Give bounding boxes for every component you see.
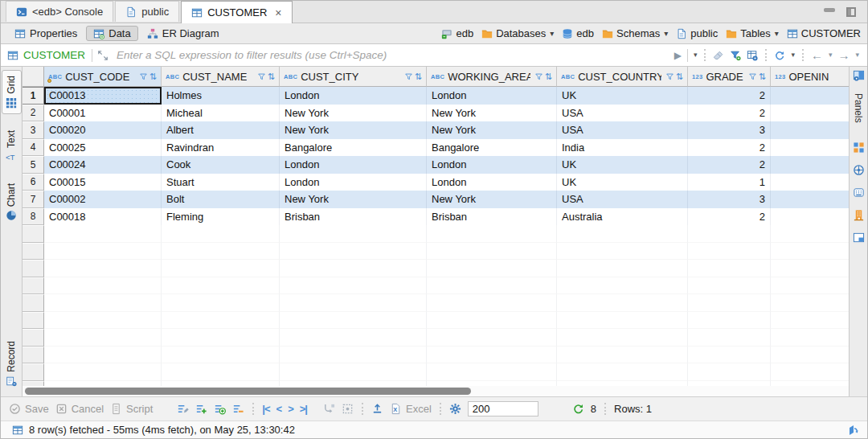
cell-cust-country[interactable]: USA <box>557 105 688 122</box>
panel-corner-icon[interactable] <box>853 232 865 244</box>
cell-cust-country[interactable]: USA <box>557 191 688 208</box>
cell-cust-name[interactable]: Fleming <box>162 208 280 226</box>
filter-history-caret-icon[interactable]: ▾ <box>694 51 698 59</box>
cell-cust-code[interactable]: C00013 <box>44 87 162 105</box>
dropdown-caret-icon[interactable]: ▾ <box>664 29 668 38</box>
delete-row-button[interactable] <box>232 403 244 415</box>
column-filter-funnel-icon[interactable] <box>534 72 543 81</box>
editor-tab[interactable]: public × <box>115 1 179 22</box>
column-filter-funnel-icon[interactable] <box>404 72 413 81</box>
cell-opening[interactable] <box>771 105 849 122</box>
column-sort-icon[interactable]: ⇅ <box>415 72 422 81</box>
next-row-button[interactable]: > <box>288 403 293 415</box>
fetch-all-rows-button[interactable] <box>342 403 354 415</box>
refresh-icon[interactable] <box>774 50 785 61</box>
breadcrumb-item[interactable]: Schemas ▾ <box>602 27 668 39</box>
cell-opening[interactable] <box>771 121 849 139</box>
horizontal-scrollbar[interactable] <box>23 386 849 396</box>
previous-row-button[interactable]: < <box>276 403 282 415</box>
clear-filter-icon[interactable] <box>713 50 724 61</box>
auto-refresh-icon[interactable] <box>572 403 584 415</box>
table-row[interactable]: 2 C00001 Micheal New York New York USA 2 <box>23 105 849 122</box>
building-icon[interactable] <box>853 209 865 221</box>
cell-cust-country[interactable]: UK <box>557 87 688 105</box>
add-row-button[interactable] <box>195 403 207 415</box>
cell-cust-code[interactable]: C00001 <box>44 105 162 122</box>
cell-working-area[interactable]: New York <box>427 191 557 208</box>
editor-tab[interactable]: <edb> Console × <box>6 1 113 22</box>
cell-cust-country[interactable]: Australia <box>557 208 688 226</box>
cell-cust-name[interactable]: Albert <box>162 121 280 139</box>
cell-grade[interactable]: 3 <box>688 191 771 208</box>
cell-opening[interactable] <box>771 174 849 191</box>
script-button[interactable]: Script <box>110 403 153 415</box>
edit-cell-button[interactable] <box>177 403 189 415</box>
back-icon[interactable]: ← <box>811 49 823 61</box>
cell-grade[interactable]: 2 <box>688 208 771 226</box>
fetch-settings-icon[interactable] <box>449 403 461 415</box>
forward-icon[interactable]: → <box>837 49 850 61</box>
cell-cust-name[interactable]: Ravindran <box>162 139 280 157</box>
column-sort-icon[interactable]: ⇅ <box>545 72 552 81</box>
close-tab-icon[interactable]: × <box>275 6 281 19</box>
cell-cust-code[interactable]: C00024 <box>44 156 162 174</box>
table-row[interactable]: 4 C00025 Ravindran Bangalore Bangalore I… <box>23 139 849 157</box>
save-button[interactable]: Save <box>9 403 49 415</box>
cell-grade[interactable]: 2 <box>688 87 771 105</box>
cell-opening[interactable] <box>771 87 849 105</box>
aggregate-icon[interactable] <box>853 164 865 176</box>
cell-cust-code[interactable]: C00018 <box>44 208 162 226</box>
cell-working-area[interactable]: London <box>427 156 557 174</box>
save-filter-icon[interactable] <box>730 50 741 61</box>
export-data-button[interactable] <box>371 403 383 415</box>
cell-cust-code[interactable]: C00002 <box>44 191 162 208</box>
table-row[interactable]: 7 C00002 Bolt New York New York USA 3 <box>23 191 849 208</box>
cell-cust-city[interactable]: London <box>280 87 427 105</box>
table-row[interactable]: 5 C00024 Cook London London UK 2 <box>23 156 849 174</box>
cell-grade[interactable]: 2 <box>688 156 771 174</box>
cell-cust-name[interactable]: Bolt <box>162 191 280 208</box>
row-number[interactable]: 5 <box>23 156 44 174</box>
cell-cust-city[interactable]: New York <box>280 121 427 139</box>
cell-grade[interactable]: 2 <box>688 139 771 157</box>
grouping-icon[interactable] <box>853 142 865 154</box>
grid-settings-icon[interactable] <box>747 50 758 61</box>
cell-opening[interactable] <box>771 191 849 208</box>
editor-tab[interactable]: CUSTOMER × <box>181 1 292 23</box>
grid-corner-cell[interactable] <box>23 67 44 87</box>
cell-cust-code[interactable]: C00020 <box>44 121 162 139</box>
cell-cust-name[interactable]: Holmes <box>162 87 280 105</box>
column-header[interactable]: 123 GRADE ⇅ <box>688 67 771 87</box>
cell-cust-city[interactable]: London <box>280 156 427 174</box>
minimize-icon[interactable] <box>824 8 835 12</box>
table-row[interactable]: 6 C00015 Stuart London London UK 1 <box>23 174 849 191</box>
view-tab[interactable]: ER Diagram <box>140 26 227 41</box>
cell-working-area[interactable]: Bangalore <box>427 139 557 157</box>
last-row-button[interactable]: >| <box>300 403 307 415</box>
row-number[interactable]: 2 <box>23 105 44 122</box>
row-number[interactable]: 8 <box>23 208 44 226</box>
column-filter-funnel-icon[interactable] <box>257 72 266 81</box>
column-header[interactable]: ABC CUST_COUNTRY ⇅ <box>557 67 688 87</box>
cell-cust-name[interactable]: Micheal <box>162 105 280 122</box>
cell-grade[interactable]: 2 <box>688 105 771 122</box>
cell-grade[interactable]: 3 <box>688 121 771 139</box>
column-sort-icon[interactable]: ⇅ <box>268 72 275 81</box>
row-number[interactable]: 3 <box>23 121 44 139</box>
first-row-button[interactable]: |< <box>262 403 269 415</box>
calcpad-icon[interactable] <box>853 187 865 199</box>
cell-cust-code[interactable]: C00015 <box>44 174 162 191</box>
row-number[interactable]: 4 <box>23 139 44 157</box>
cell-cust-country[interactable]: India <box>557 139 688 157</box>
expand-filter-icon[interactable] <box>97 50 108 61</box>
breadcrumb-item[interactable]: Tables ▾ <box>726 27 779 39</box>
breadcrumb-item[interactable]: Databases ▾ <box>481 27 554 39</box>
cancel-button[interactable]: Cancel <box>55 403 104 415</box>
record-mode-tab[interactable]: Record <box>2 336 22 392</box>
column-filter-funnel-icon[interactable] <box>665 72 674 81</box>
column-sort-icon[interactable]: ⇅ <box>676 72 683 81</box>
cell-working-area[interactable]: New York <box>427 105 557 122</box>
duplicate-row-button[interactable] <box>214 403 226 415</box>
column-header[interactable]: ABC CUST_CODE ⇅ <box>44 67 162 87</box>
cell-cust-code[interactable]: C00025 <box>44 139 162 157</box>
